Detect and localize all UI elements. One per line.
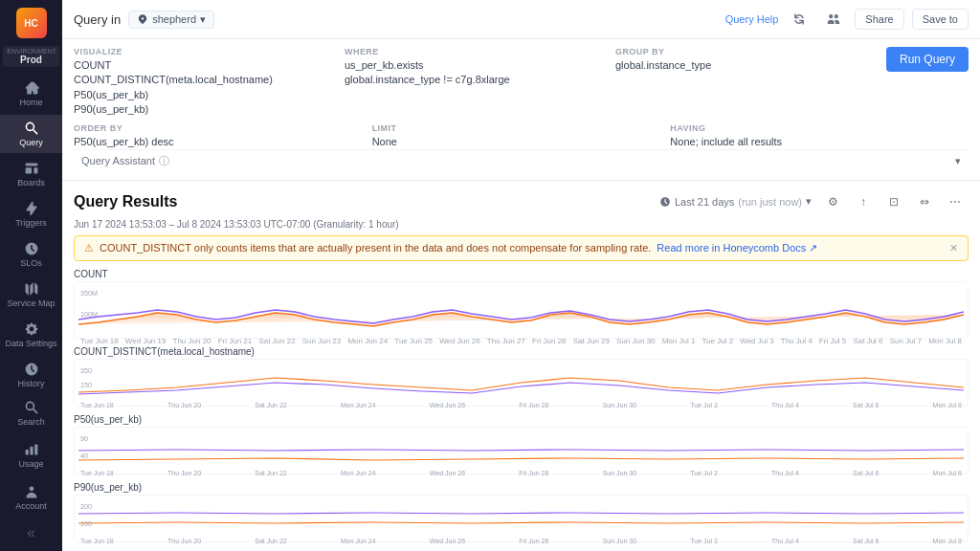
service-map-label: Service Map xyxy=(7,298,55,308)
chart-count-area: 350M 100M Tue Jun 18Wed Jun 19Thu Jun 20… xyxy=(74,281,969,339)
query-assistant[interactable]: Query Assistant ⓘ ▾ xyxy=(74,149,969,172)
slos-label: SLOs xyxy=(20,258,42,268)
run-query-section: Run Query xyxy=(886,47,969,72)
where-value1: us_per_kb.exists xyxy=(345,58,608,73)
results-meta: Last 21 days (run just now) ▾ ⚙ ↑ ⊡ ⇔ ⋯ xyxy=(659,188,969,215)
logo-image: HC xyxy=(16,8,47,38)
query-collapse-icon[interactable]: ▾ xyxy=(955,155,961,167)
visualize-value1: COUNT xyxy=(74,58,337,73)
sidebar-item-slos[interactable]: SLOs xyxy=(0,235,62,274)
save-button[interactable]: Save to xyxy=(912,9,969,30)
sidebar-item-history[interactable]: History xyxy=(0,356,62,394)
usage-label: Usage xyxy=(18,459,43,469)
time-range[interactable]: Last 21 days (run just now) ▾ xyxy=(659,195,812,208)
group-by-section: GROUP BY global.instance_type xyxy=(615,47,879,73)
chart-p50-label: P50(us_per_kb) xyxy=(74,414,969,425)
warning-close-button[interactable]: ✕ xyxy=(949,242,958,254)
chart-p90-area: 200 100 Tue Jun 18Thu Jun 20Sat Jun 22Mo… xyxy=(74,495,969,542)
limit-value: None xyxy=(372,135,663,149)
svg-text:350M: 350M xyxy=(80,290,98,298)
time-range-chevron: ▾ xyxy=(806,195,812,208)
sidebar-nav: Home Query Boards Triggers SLOs Service … xyxy=(0,75,62,394)
svg-text:200: 200 xyxy=(80,503,92,511)
order-by-label: ORDER BY xyxy=(74,123,365,133)
home-label: Home xyxy=(19,98,42,107)
sidebar-item-service-map[interactable]: Service Map xyxy=(0,276,62,314)
having-section: HAVING None; include all results xyxy=(670,123,961,149)
results-header: Query Results Last 21 days (run just now… xyxy=(74,188,969,215)
refresh-icon-button[interactable] xyxy=(786,6,813,33)
order-by-value: P50(us_per_kb) desc xyxy=(74,135,365,149)
sidebar-item-query[interactable]: Query xyxy=(0,115,62,153)
chart-count-distinct-label: COUNT_DISTINCT(meta.local_hostname) xyxy=(74,346,969,357)
sidebar-item-triggers[interactable]: Triggers xyxy=(0,195,62,233)
settings-icon-button[interactable]: ⚙ xyxy=(819,188,846,215)
copy-icon-button[interactable]: ⊡ xyxy=(880,188,907,215)
chart-count-distinct: COUNT_DISTINCT(meta.local_hostname) 350 … xyxy=(74,346,969,407)
main-content: Query in shepherd ▾ Query Help Share Sav… xyxy=(62,0,980,551)
group-by-label: GROUP BY xyxy=(615,47,879,56)
data-settings-label: Data Settings xyxy=(5,339,56,348)
order-by-section: ORDER BY P50(us_per_kb) desc xyxy=(74,123,365,149)
sidebar-item-usage[interactable]: Usage xyxy=(11,436,51,474)
assistant-label: Query Assistant xyxy=(81,155,155,166)
env-name: Prod xyxy=(7,55,56,65)
visualize-value3: P50(us_per_kb) xyxy=(74,88,337,102)
sidebar: HC ENVIRONMENT Prod Home Query Boards Tr… xyxy=(0,0,62,551)
limit-label: LIMIT xyxy=(372,123,663,133)
where-value2: global.instance_type != c7g.8xlarge xyxy=(345,73,608,87)
sidebar-bottom: Search Usage Account « xyxy=(11,394,51,545)
chart-count: COUNT 350M 100M xyxy=(74,269,969,339)
share-button[interactable]: Share xyxy=(855,9,903,30)
env-selector[interactable]: shepherd ▾ xyxy=(128,11,214,29)
time-range-label: Last 21 days xyxy=(675,196,734,208)
warning-icon: ⚠ xyxy=(84,242,94,254)
group-by-value: global.instance_type xyxy=(615,58,879,73)
sidebar-item-search[interactable]: Search xyxy=(11,394,51,432)
sidebar-item-account[interactable]: Account xyxy=(11,478,51,517)
chart-p50: P50(us_per_kb) 90 40 Tue Jun 18Thu Jun 2… xyxy=(74,414,969,474)
sidebar-item-boards[interactable]: Boards xyxy=(0,155,62,193)
chart-p90: P90(us_per_kb) 200 100 Tue Jun 18Thu Jun… xyxy=(74,482,969,542)
query-help-link[interactable]: Query Help xyxy=(725,13,779,25)
env-selector-label: shepherd xyxy=(152,13,196,25)
page-title: Query in xyxy=(74,12,121,27)
query-builder: VISUALIZE COUNT COUNT_DISTINCT(meta.loca… xyxy=(62,39,980,181)
env-section-label: ENVIRONMENT Prod xyxy=(3,46,59,67)
env-chevron-icon: ▾ xyxy=(200,13,206,26)
sidebar-item-home[interactable]: Home xyxy=(0,75,62,113)
triggers-label: Triggers xyxy=(15,218,47,228)
more-options-button[interactable]: ⋯ xyxy=(942,188,969,215)
visualize-label: VISUALIZE xyxy=(74,47,337,56)
chart-p90-svg: 200 100 xyxy=(78,499,964,538)
share-results-icon-button[interactable]: ↑ xyxy=(850,188,877,215)
having-value: None; include all results xyxy=(670,135,961,149)
collapse-sidebar-button[interactable]: « xyxy=(23,520,39,545)
warning-link[interactable]: Read more in Honeycomb Docs ↗ xyxy=(657,242,817,254)
sidebar-item-data-settings[interactable]: Data Settings xyxy=(0,316,62,354)
users-icon-button[interactable] xyxy=(820,6,847,33)
assistant-info-icon: ⓘ xyxy=(159,154,169,168)
date-range: Jun 17 2024 13:53:03 – Jul 8 2024 13:53:… xyxy=(74,219,969,230)
where-section: WHERE us_per_kb.exists global.instance_t… xyxy=(345,47,608,88)
results-area: Query Results Last 21 days (run just now… xyxy=(62,181,980,551)
boards-label: Boards xyxy=(17,178,45,187)
chart-count-label: COUNT xyxy=(74,269,969,279)
clock-icon xyxy=(659,196,671,208)
account-label: Account xyxy=(15,501,47,511)
time-range-detail: (run just now) xyxy=(738,196,802,208)
search-label: Search xyxy=(17,417,45,427)
svg-text:150: 150 xyxy=(80,382,92,389)
expand-icon-button[interactable]: ⇔ xyxy=(911,188,938,215)
chart-p90-label: P90(us_per_kb) xyxy=(74,482,969,493)
results-title: Query Results xyxy=(74,193,177,210)
run-query-button[interactable]: Run Query xyxy=(886,47,969,72)
svg-text:90: 90 xyxy=(80,435,88,443)
chart-distinct-svg: 350 150 xyxy=(78,364,964,402)
app-logo: HC xyxy=(12,8,51,38)
svg-text:100: 100 xyxy=(80,520,92,528)
visualize-section: VISUALIZE COUNT COUNT_DISTINCT(meta.loca… xyxy=(74,47,337,118)
history-label: History xyxy=(17,379,44,388)
svg-text:350: 350 xyxy=(80,367,92,375)
results-icons: ⚙ ↑ ⊡ ⇔ ⋯ xyxy=(819,188,969,215)
